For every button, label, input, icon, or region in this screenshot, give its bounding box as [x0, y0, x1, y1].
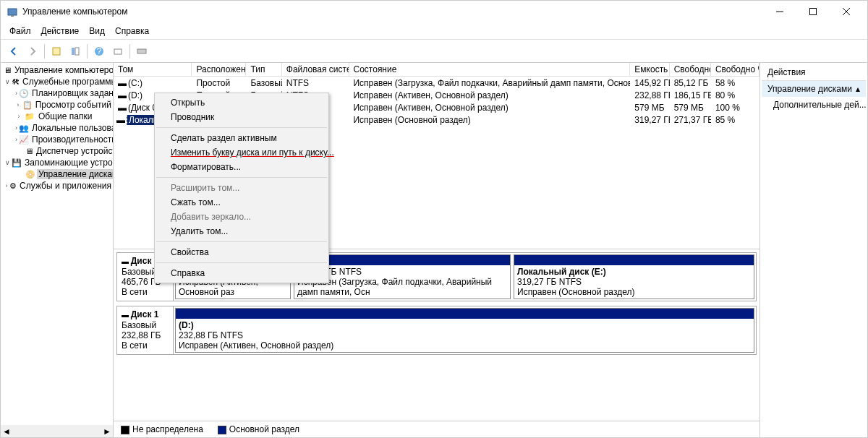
ctx-active[interactable]: Сделать раздел активным — [155, 131, 328, 145]
device-icon: 🖥 — [25, 145, 33, 157]
app-icon — [7, 6, 18, 17]
col-status[interactable]: Состояние — [349, 63, 631, 76]
maximize-button[interactable] — [796, 1, 830, 22]
expand-icon[interactable]: › — [15, 136, 17, 143]
svg-rect-6 — [53, 48, 60, 55]
context-menu: Открыть Проводник Сделать раздел активны… — [154, 93, 329, 283]
tools-icon: 🛠 — [12, 76, 20, 87]
col-free[interactable]: Свободно — [670, 63, 711, 76]
tool-1[interactable] — [48, 43, 65, 60]
menu-view[interactable]: Вид — [85, 25, 109, 38]
disk-1: ▬ Диск 1 Базовый232,88 ГБВ сети (D:)232,… — [116, 306, 757, 355]
col-fs[interactable]: Файловая система — [282, 63, 349, 76]
tree-scrollbar[interactable]: ◄► — [1, 425, 113, 437]
forward-button[interactable] — [24, 43, 41, 60]
ctx-open[interactable]: Открыть — [155, 95, 328, 110]
expand-icon[interactable]: ∨ — [5, 159, 10, 166]
expand-icon[interactable]: › — [15, 101, 21, 108]
legend-unalloc-box — [121, 426, 129, 434]
svg-rect-1 — [11, 15, 14, 17]
expand-icon[interactable]: ∨ — [5, 78, 10, 85]
tree-utilities[interactable]: Служебные программы — [21, 77, 114, 87]
app-title: Управление компьютером — [22, 7, 127, 17]
legend-primary-box — [218, 426, 226, 434]
svg-text:?: ? — [97, 46, 102, 56]
actions-section[interactable]: Управление дисками▴ — [762, 81, 866, 97]
tree-services[interactable]: Службы и приложения — [18, 181, 113, 191]
tree-events[interactable]: Просмотр событий — [34, 100, 113, 110]
ctx-extend: Расширить том... — [155, 181, 328, 195]
ctx-shrink[interactable]: Сжать том... — [155, 195, 328, 210]
volume-icon: ▬ — [118, 90, 128, 100]
tree-shared[interactable]: Общие папки — [37, 111, 93, 121]
svg-rect-0 — [8, 9, 17, 15]
col-type[interactable]: Тип — [246, 63, 281, 76]
svg-rect-8 — [75, 48, 79, 55]
volume-row[interactable]: ▬(C:) Простой Базовый NTFS Исправен (Заг… — [114, 77, 760, 89]
services-icon: ⚙ — [9, 180, 17, 192]
volume-icon: ▬ — [118, 78, 128, 88]
col-cap[interactable]: Емкость — [630, 63, 669, 76]
tree-users[interactable]: Локальные пользовате — [30, 123, 114, 133]
volume-icon: ▬ — [116, 115, 127, 125]
users-icon: 👥 — [19, 122, 29, 134]
ctx-delete[interactable]: Удалить том... — [155, 224, 328, 239]
diskmgmt-icon: 📀 — [25, 168, 35, 180]
volume-icon: ▬ — [118, 103, 128, 113]
titlebar: Управление компьютером — [1, 1, 867, 22]
tool-4[interactable] — [133, 43, 150, 60]
scheduler-icon: 🕒 — [19, 87, 29, 99]
menu-help[interactable]: Справка — [111, 25, 153, 38]
svg-rect-11 — [114, 49, 122, 54]
ctx-mirror: Добавить зеркало... — [155, 210, 328, 224]
col-tom[interactable]: Том — [114, 63, 192, 76]
tree-perf[interactable]: Производительность — [30, 134, 114, 145]
disk0-part3[interactable]: Локальный диск (E:)319,27 ГБ NTFSИсправе… — [514, 254, 754, 299]
close-button[interactable] — [830, 1, 863, 22]
tree-view[interactable]: 🖥Управление компьютером (л ∨🛠Служебные п… — [1, 63, 114, 437]
disk1-part1[interactable]: (D:)232,88 ГБ NTFSИсправен (Активен, Осн… — [175, 308, 754, 353]
tree-root[interactable]: Управление компьютером (л — [13, 65, 114, 75]
menubar: Файл Действие Вид Справка — [1, 22, 867, 40]
tree-devices[interactable]: Диспетчер устройств — [35, 146, 114, 156]
ctx-explorer[interactable]: Проводник — [155, 110, 328, 124]
toolbar: ? — [1, 40, 867, 63]
tool-3[interactable] — [109, 43, 127, 60]
ctx-change-letter[interactable]: Изменить букву диска или путь к диску... — [155, 145, 328, 160]
expand-icon[interactable]: › — [15, 113, 22, 120]
actions-panel: Действия Управление дисками▴ Дополнитель… — [760, 63, 867, 437]
tree-diskmgmt[interactable]: Управление дисками — [37, 169, 114, 179]
shared-icon: 📁 — [24, 111, 35, 122]
storage-icon: 💾 — [12, 157, 22, 168]
tool-2[interactable] — [67, 43, 84, 60]
menu-file[interactable]: Файл — [5, 25, 35, 38]
expand-icon[interactable]: › — [15, 124, 17, 132]
svg-rect-3 — [810, 9, 817, 15]
ctx-format[interactable]: Форматировать... — [155, 160, 328, 174]
disk-hw-icon: ▬ Диск 1 — [122, 309, 169, 320]
col-freep[interactable]: Свободно % — [711, 63, 760, 76]
help-button[interactable]: ? — [90, 43, 108, 60]
actions-more[interactable]: Дополнительные дей...▸ — [762, 97, 866, 113]
expand-icon[interactable]: › — [15, 90, 17, 97]
back-button[interactable] — [5, 43, 22, 60]
chevron-up-icon: ▴ — [856, 84, 860, 94]
svg-rect-7 — [72, 48, 75, 55]
legend: Не распределена Основной раздел — [114, 421, 760, 437]
events-icon: 📋 — [22, 99, 33, 111]
minimize-button[interactable] — [763, 1, 796, 22]
tree-storage[interactable]: Запоминающие устройст — [23, 158, 114, 168]
perf-icon: 📈 — [19, 134, 29, 145]
actions-header: Действия — [762, 64, 866, 81]
menu-action[interactable]: Действие — [37, 25, 84, 38]
computer-icon: 🖥 — [4, 64, 12, 76]
ctx-help[interactable]: Справка — [155, 266, 328, 280]
ctx-props[interactable]: Свойства — [155, 245, 328, 259]
col-layout[interactable]: Расположение — [192, 63, 246, 76]
expand-icon[interactable]: › — [5, 182, 8, 189]
svg-rect-12 — [137, 49, 146, 53]
tree-scheduler[interactable]: Планировщик заданий — [30, 88, 114, 98]
